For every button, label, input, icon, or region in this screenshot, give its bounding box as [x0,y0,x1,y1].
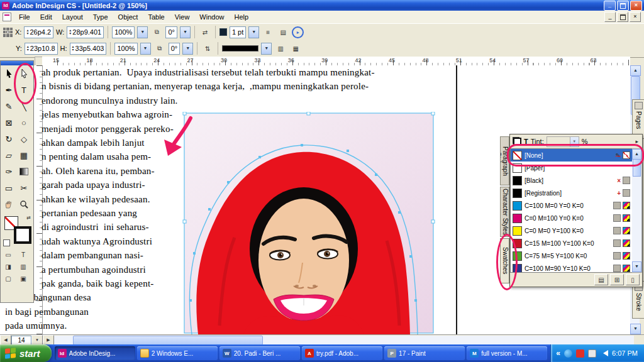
stroke-color-dropdown[interactable]: ▾ [261,43,272,55]
text-color-mode-icon[interactable]: T [524,138,528,145]
start-button[interactable]: start [0,344,52,362]
text-line[interactable]: ahkan dampak lebih lanjut [42,138,145,148]
taskbar-button-media[interactable]: Mfull version - M... [467,346,547,360]
panel-tab-paragraph-styles[interactable]: Paragraph Styles [500,136,509,185]
stroke-weight-field[interactable]: 1 pt [230,26,246,38]
menu-item-table[interactable]: Table [143,11,169,23]
swatches-scroll-up[interactable]: ▲ [632,149,641,160]
constrain-link-icon[interactable]: ⧉ [153,43,166,54]
mdi-minimize-button[interactable]: _ [604,12,616,22]
volume-icon[interactable] [600,350,608,356]
mdi-close-button[interactable]: × [630,12,641,22]
text-line[interactable]: di agroindustri ini seharus- [42,222,149,233]
swatch-row[interactable]: C=75 M=5 Y=100 K=0 [511,250,632,262]
ellipse-tool[interactable]: ○ [16,114,32,131]
rotate-tool[interactable]: ↻ [1,131,17,147]
align-icon[interactable]: ▦ [289,43,302,54]
fill-stroke-mini-proxy[interactable] [513,137,521,146]
text-line[interactable]: ahkan ke wilayah pedesaan. [42,194,150,205]
direct-selection-tool[interactable] [16,65,32,82]
menu-item-type[interactable]: Type [88,11,113,23]
text-line[interactable]: a pertumbuhan agoindustri [42,265,146,275]
panel-tab-character-styles[interactable]: Character Styles [500,187,509,237]
text-line[interactable]: dalam pembangunan nasi- [42,250,143,261]
shear-tool[interactable]: ▱ [1,147,17,163]
scale-y-field[interactable]: 100% [114,43,137,55]
preview-view-button[interactable]: ▣ [16,273,31,285]
flip-vertical-icon[interactable]: ⇅ [201,43,214,54]
swap-fill-stroke-icon[interactable]: ⇄ [26,215,31,221]
spinner-icon[interactable]: ▴▾ [26,29,28,35]
line-tool[interactable]: ╲ [16,98,32,114]
next-page-button[interactable]: ▶ [43,335,54,345]
shear-field[interactable]: 0° [165,26,177,38]
formatting-container-button[interactable]: ▭ [1,249,16,261]
frame-tool[interactable]: ⊠ [1,114,17,131]
swatch-row[interactable]: [Paper] [511,162,632,174]
swatch-row[interactable]: C=100 M=0 Y=0 K=0 [511,199,632,212]
menu-item-object[interactable]: Object [113,11,143,23]
swatch-row[interactable]: C=0 M=100 Y=0 K=0 [511,212,632,224]
show-swatch-kinds-button[interactable]: ▤ [594,274,608,285]
panel-tab-swatches[interactable]: Swatches [500,238,509,283]
messenger-icon[interactable] [564,349,572,358]
constrain-link-icon[interactable]: ⧉ [150,26,163,38]
gradient-tool[interactable] [16,163,32,180]
text-line[interactable]: n bisnis di bidang pertanian, menyerap t… [42,81,369,92]
menu-item-layout[interactable]: Layout [57,11,88,23]
stroke-color-bar[interactable] [222,45,258,52]
antivirus-icon[interactable] [576,349,584,358]
panel-menu-button[interactable]: ▸ [634,138,640,145]
taskbar-button-folder[interactable]: 2 Windows E... [137,346,218,360]
swatches-scroll-thumb[interactable] [633,159,641,177]
taskbar-button-pdf[interactable]: Atry.pdf - Adob... [302,346,382,360]
toolbox-titlebar[interactable] [1,61,33,65]
fill-stroke-proxy[interactable]: ⇄ [1,212,33,249]
stroke-style-icon[interactable]: ≡ [262,26,274,38]
text-line[interactable]: udah waktunya Agroindustri [42,236,152,247]
zoom-tool[interactable] [16,196,32,212]
hand-tool[interactable] [1,196,17,212]
swatch-row[interactable]: [None]✎ [511,149,632,162]
text-line[interactable]: ah produk pertanian. Upaya industrialisa… [42,67,375,78]
scroll-down-button[interactable]: ▼ [630,324,641,334]
rotation-field[interactable]: 0° [169,43,180,55]
taskbar-button-word[interactable]: W20. Padi - Beri ... [219,346,300,360]
text-line[interactable]: garah pada upaya industri- [42,180,145,190]
palette-flyout-button[interactable]: ▸ [292,26,304,38]
tint-dropdown-icon[interactable]: ▾ [570,137,579,146]
swatch-row[interactable]: C=0 M=0 Y=100 K=0 [511,224,632,237]
spinner-icon[interactable]: ▴▾ [69,29,71,35]
menu-item-view[interactable]: View [170,11,195,23]
default-fill-stroke-icon[interactable] [3,239,10,246]
swatches-scroll-down[interactable]: ▼ [632,261,641,272]
tray-chevron-icon[interactable]: « [556,349,560,358]
menu-item-window[interactable]: Window [194,11,229,23]
swatches-scrollbar[interactable]: ▲ ▼ [632,148,642,273]
portrait-image[interactable] [159,112,436,334]
text-line[interactable]: pada umumnya. [5,321,67,331]
x-field[interactable]: ▴▾26p4.2 [24,26,53,38]
new-swatch-button[interactable]: ⊞ [610,274,624,285]
text-line[interactable]: endorong munculnya industry lain. [42,96,178,106]
swatch-row[interactable]: C=15 M=100 Y=100 K=0 [511,237,632,250]
pages-panel-tab[interactable]: Pages [632,99,644,139]
scale-tool[interactable]: ◇ [16,131,32,147]
button-tool[interactable]: ▭ [1,180,17,196]
apply-color-button[interactable]: ◨ [1,261,16,273]
menu-item-file[interactable]: File [14,11,35,23]
flip-horizontal-icon[interactable]: ⇄ [199,26,211,38]
text-line[interactable]: pertanian pedesaan yang [42,208,137,219]
apply-gradient-button[interactable]: ▥ [16,261,31,273]
page-list-dropdown[interactable]: ▾ [31,335,43,345]
horizontal-ruler[interactable]: 1518212427303336394245485154576063 [42,57,630,66]
menu-item-help[interactable]: Help [229,11,253,23]
rotation-dropdown[interactable]: ▾ [182,43,193,55]
tint-combo[interactable]: ▾ [547,136,579,147]
text-line[interactable]: jelas menyebutkan bahwa agroin- [42,109,172,120]
taskbar-button-paint[interactable]: P17 - Paint [384,346,465,360]
restore-button[interactable] [617,1,629,11]
previous-page-button[interactable]: ◀ [0,335,11,345]
stroke-indicator[interactable] [14,226,31,244]
shear-dropdown[interactable]: ▾ [180,26,191,38]
